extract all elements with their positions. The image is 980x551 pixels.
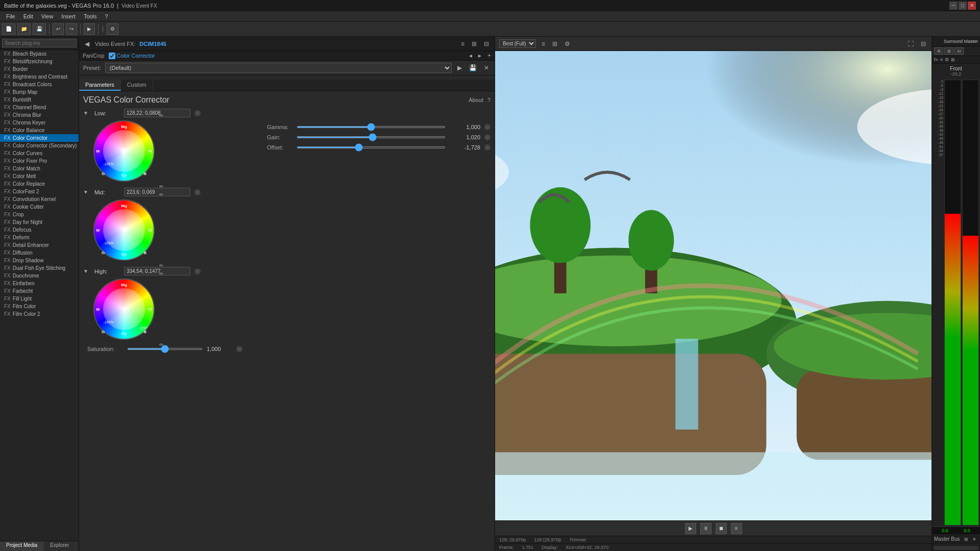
tab-explorer[interactable]: Explorer <box>44 541 76 551</box>
plugin-colorreplace[interactable]: FXColor Replace <box>0 180 79 188</box>
preview-settings[interactable]: ⚙ <box>563 40 572 47</box>
mid-value-input[interactable] <box>124 188 190 196</box>
preset-close[interactable]: ✕ <box>482 64 491 71</box>
cc-nav-right[interactable]: ▸ <box>477 52 483 59</box>
offset-reset[interactable]: ○ <box>484 144 491 151</box>
menu-help[interactable]: ? <box>101 13 112 19</box>
preset-load[interactable]: ▶ <box>456 64 463 71</box>
redo-button[interactable]: ↪ <box>66 23 77 35</box>
fx-grid-btn[interactable]: ⊞ <box>470 40 478 47</box>
plugin-colormatch[interactable]: FXColor Match <box>0 165 79 172</box>
plugin-brightness[interactable]: FXBrightness and Contrast <box>0 73 79 81</box>
maximize-button[interactable]: □ <box>959 2 967 10</box>
gain-slider[interactable] <box>297 136 446 138</box>
preview-pause[interactable]: ⏸ <box>700 523 712 534</box>
plugin-diffusion[interactable]: FXDiffusion <box>0 249 79 257</box>
high-toggle[interactable]: ▼ <box>83 268 88 274</box>
saturation-slider[interactable] <box>127 348 203 350</box>
preview-loop[interactable]: ≡ <box>731 523 742 534</box>
plugin-duochrome[interactable]: FXDuochrome <box>0 272 79 280</box>
plugin-colorfixer[interactable]: FXColor Fixer Pro <box>0 157 79 165</box>
plugin-colorcurves[interactable]: FXColor Curves <box>0 149 79 157</box>
plugin-crop[interactable]: FXCrop <box>0 211 79 218</box>
high-color-wheel[interactable]: Mg Cy M Yl G B -100% 270° <box>93 279 155 340</box>
plugin-colorcorrector-secondary[interactable]: FXColor Corrector (Secondary) <box>0 142 79 149</box>
fx-list-btn[interactable]: ⊟ <box>482 40 491 47</box>
about-label[interactable]: About <box>469 97 483 103</box>
low-value-input[interactable] <box>124 109 190 117</box>
plugin-dropshadow[interactable]: FXDrop Shadow <box>0 257 79 264</box>
mid-toggle[interactable]: ▼ <box>83 189 88 195</box>
preview-fullscreen[interactable]: ⛶ <box>906 40 915 47</box>
search-input[interactable] <box>2 39 77 47</box>
plugin-detail[interactable]: FXDetail Enhancer <box>0 241 79 249</box>
surround-mute[interactable]: M <box>954 47 964 55</box>
low-reset-btn[interactable]: ○ <box>194 110 201 116</box>
tab-project-media[interactable]: Project Media <box>0 541 44 551</box>
high-eyedropper-bottom[interactable]: ✏ <box>158 342 165 347</box>
plugin-border[interactable]: FXBorder <box>0 65 79 73</box>
plugin-chromakeyer[interactable]: FXChroma Keyer <box>0 119 79 127</box>
cc-nav-left[interactable]: ◂ <box>468 52 474 59</box>
plugin-bumpmap[interactable]: FXBump Map <box>0 88 79 96</box>
fx-options-btn[interactable]: ≡ <box>459 40 466 47</box>
plugin-colorfast[interactable]: FXColorFast 2 <box>0 188 79 195</box>
mid-reset-btn[interactable]: ○ <box>194 189 201 195</box>
plugin-bleach-bypass[interactable]: FXBleach Bypass <box>0 50 79 58</box>
mid-eyedropper-top[interactable]: ✏ <box>158 192 165 197</box>
menu-file[interactable]: File <box>2 13 19 19</box>
surround-settings[interactable]: ⚙ <box>934 47 943 55</box>
gamma-reset[interactable]: ○ <box>484 124 491 130</box>
menu-edit[interactable]: Edit <box>19 13 37 19</box>
low-eyedropper-top[interactable]: ✏ <box>158 113 165 118</box>
plugin-cookie[interactable]: FXCookie Cutter <box>0 203 79 211</box>
preview-zoom[interactable]: ⊞ <box>551 40 559 47</box>
plugin-bleistift[interactable]: FXBleistiftzeichnung <box>0 58 79 65</box>
pancrop-btn[interactable]: Pan/Crop <box>81 53 106 59</box>
low-toggle[interactable]: ▼ <box>83 110 88 116</box>
low-eyedropper-bottom[interactable]: ✏ <box>158 184 165 189</box>
master-bus-scroll[interactable] <box>932 544 980 551</box>
render-button[interactable]: ▶ <box>84 23 95 35</box>
cc-enable-checkbox[interactable] <box>109 53 115 59</box>
preview-options[interactable]: ≡ <box>540 40 547 47</box>
plugin-dualfish[interactable]: FXDual Fish Eye Stitching <box>0 264 79 272</box>
tab-parameters[interactable]: Parameters <box>79 80 121 91</box>
plugin-chromablur[interactable]: FXChroma Blur <box>0 111 79 119</box>
master-bus-close[interactable]: ✕ <box>971 537 978 542</box>
surround-grid[interactable]: ⊞ <box>944 47 953 55</box>
undo-button[interactable]: ↩ <box>53 23 64 35</box>
plugin-broadcast[interactable]: FXBroadcast Colors <box>0 81 79 88</box>
high-value-input[interactable] <box>124 267 190 276</box>
properties-button[interactable]: ⚙ <box>107 23 118 35</box>
save-button[interactable]: 💾 <box>33 23 46 35</box>
plugin-buntstift[interactable]: FXBuntstift <box>0 96 79 104</box>
plugin-filmcolor[interactable]: FXFilm Color <box>0 303 79 310</box>
low-color-wheel[interactable]: Mg Cy M Yl G B -100% <box>93 120 155 182</box>
preview-stop[interactable]: ⏹ <box>716 523 727 534</box>
preset-select[interactable]: (Default) <box>105 63 452 73</box>
mid-eyedropper-bottom[interactable]: ✏ <box>158 263 165 268</box>
saturation-reset[interactable]: ○ <box>236 346 242 352</box>
plugin-filllight[interactable]: FXFill Light <box>0 295 79 303</box>
offset-slider[interactable] <box>297 146 446 148</box>
plugin-defocus[interactable]: FXDefocus <box>0 226 79 234</box>
preview-overlay[interactable]: ⊟ <box>919 40 927 47</box>
preset-save[interactable]: 💾 <box>468 64 478 71</box>
plugin-filmcolor2[interactable]: FXFilm Color 2 <box>0 310 79 318</box>
menu-insert[interactable]: Insert <box>57 13 80 19</box>
plugin-channelblend[interactable]: FXChannel Blend <box>0 104 79 111</box>
gamma-slider[interactable] <box>297 126 446 128</box>
high-reset-btn[interactable]: ○ <box>194 268 201 274</box>
minimize-button[interactable]: ─ <box>949 2 958 10</box>
gain-reset[interactable]: ○ <box>484 134 491 140</box>
help-label[interactable]: ? <box>487 97 491 103</box>
plugin-colorbalance[interactable]: FXColor Balance <box>0 127 79 134</box>
master-bus-expand[interactable]: ⊞ <box>963 537 970 542</box>
plugin-colormelt[interactable]: FXColor Melt <box>0 172 79 180</box>
mid-color-wheel[interactable]: Mg Cy M Yl G B -100% <box>93 199 155 261</box>
menu-view[interactable]: View <box>37 13 58 19</box>
quality-select[interactable]: Best (Full) <box>499 39 536 48</box>
tab-custom[interactable]: Custom <box>121 80 153 91</box>
menu-tools[interactable]: Tools <box>80 13 101 19</box>
